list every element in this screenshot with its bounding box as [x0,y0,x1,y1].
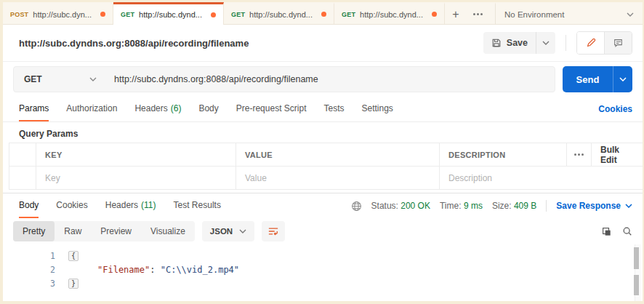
tab-pre-request-script[interactable]: Pre-request Script [236,97,307,121]
method-badge: GET [342,11,355,18]
wrap-lines-icon [267,226,279,236]
copy-icon [601,226,611,236]
more-icon [473,13,483,15]
code-line: 2 "Filename": "C:\\vid_2.mp4" [3,263,643,276]
plus-icon: + [452,8,459,21]
url-input[interactable]: http://subc.dyndns.org:8088/api/recordin… [107,74,555,84]
chevron-down-icon [89,77,97,81]
column-options-button[interactable] [567,143,592,167]
size-badge: Size: 409 B [492,201,536,211]
postman-window: POST http://subc.dyn... GET http://subc.… [3,2,643,301]
url-builder: GET http://subc.dyndns.org:8088/api/reco… [13,66,555,92]
method-value: GET [24,74,42,84]
tab-options-button[interactable] [467,2,488,24]
view-visualize[interactable]: Visualize [141,221,195,241]
response-body-viewer: 1 { 2 "Filename": "C:\\vid_2.mp4" 3 } [3,244,643,301]
response-tab-headers[interactable]: Headers(11) [105,193,156,218]
response-tab-test-results[interactable]: Test Results [174,193,221,218]
cookies-link[interactable]: Cookies [598,97,632,121]
tab-authorization[interactable]: Authorization [66,97,117,121]
scrollbar-thumb[interactable] [634,275,639,295]
code-line: 1 { [3,249,643,263]
value-column-header: VALUE [236,143,440,167]
save-options-button[interactable] [536,32,555,54]
line-number: 1 [3,251,55,261]
request-actions: Save [483,31,632,55]
view-pretty[interactable]: Pretty [13,221,55,241]
tab-params[interactable]: Params [19,97,49,121]
request-name: http://subc.dyndns.org:8088/api/recordin… [13,38,249,49]
bulk-edit-button[interactable]: Bulk Edit [592,143,643,167]
method-badge: POST [10,11,28,18]
scrollbar-track[interactable] [635,244,641,301]
select-column-header [9,143,36,167]
globe-icon [351,201,362,212]
key-input[interactable]: Key [36,167,236,190]
tab-url: http://subc.dynd... [249,10,317,19]
environment-label: No Environment [504,10,564,19]
line-number: 3 [3,279,55,289]
fold-toggle[interactable]: { [68,251,79,261]
tab-headers[interactable]: Headers(6) [134,97,181,121]
scrollbar-thumb[interactable] [634,247,639,269]
url-builder-row: GET http://subc.dyndns.org:8088/api/reco… [3,62,643,97]
open-request-tabs: POST http://subc.dyn... GET http://subc.… [3,2,495,24]
chevron-down-icon [542,41,550,45]
request-tab-2-active[interactable]: GET http://subc.dynd... [113,2,224,25]
method-selector[interactable]: GET [14,74,107,84]
save-button[interactable]: Save [483,32,555,54]
unsaved-dot-icon [432,12,437,17]
request-tab-3[interactable]: GET http://subc.dynd... [224,2,334,24]
tab-settings[interactable]: Settings [362,97,393,121]
response-tab-cookies[interactable]: Cookies [56,193,87,218]
save-response-button[interactable]: Save Response [556,201,632,211]
search-icon [622,226,632,236]
wrap-lines-button[interactable] [262,221,285,241]
request-tab-bar: POST http://subc.dyn... GET http://subc.… [3,2,643,25]
copy-button[interactable] [601,226,611,236]
request-tab-1[interactable]: POST http://subc.dyn... [3,2,113,24]
send-button[interactable]: Send [563,66,632,92]
time-badge: Time: 9 ms [440,201,483,211]
status-badge: Status: 200 OK [371,201,430,211]
query-params-title: Query Params [3,122,643,143]
comment-icon [613,38,624,48]
view-preview[interactable]: Preview [91,221,141,241]
json-value: "C:\\vid_2.mp4" [161,265,239,275]
method-badge: GET [121,11,134,18]
tab-url: http://subc.dynd... [360,10,427,19]
format-value: JSON [210,227,233,236]
value-input[interactable]: Value [236,167,440,190]
response-meta: Status: 200 OK Time: 9 ms Size: 409 B Sa… [351,193,632,218]
fold-toggle[interactable]: } [68,279,79,289]
environment-selector[interactable]: No Environment [495,2,643,24]
code-line: 3 } [3,276,643,290]
description-input[interactable]: Description [440,167,643,190]
line-number: 2 [3,265,55,275]
unsaved-dot-icon [100,12,105,17]
request-section-tabs: Params Authorization Headers(6) Body Pre… [3,97,643,122]
view-raw[interactable]: Raw [55,221,91,241]
save-icon [491,38,502,48]
edit-request-button[interactable] [577,32,605,54]
request-tab-4[interactable]: GET http://subc.dynd... [334,2,445,24]
response-headers-count: (11) [141,200,156,210]
headers-count: (6) [171,103,182,113]
new-tab-button[interactable]: + [445,2,467,24]
format-selector[interactable]: JSON [202,221,254,241]
vertical-divider [565,35,566,51]
description-column-header: DESCRIPTION [440,143,567,167]
tab-body[interactable]: Body [198,97,218,121]
send-options-button[interactable] [613,66,632,92]
json-key: "Filename" [97,265,150,275]
unsaved-dot-icon [211,12,216,17]
comments-button[interactable] [605,32,632,54]
search-button[interactable] [622,226,632,236]
row-select-cell [9,167,36,190]
table-row: Key Value Description [9,167,643,190]
tab-tests[interactable]: Tests [323,97,344,121]
table-header-row: KEY VALUE DESCRIPTION Bulk Edit [9,143,643,167]
unsaved-dot-icon [321,12,326,17]
response-tab-body[interactable]: Body [19,193,39,218]
tab-url: http://subc.dynd... [139,10,206,19]
